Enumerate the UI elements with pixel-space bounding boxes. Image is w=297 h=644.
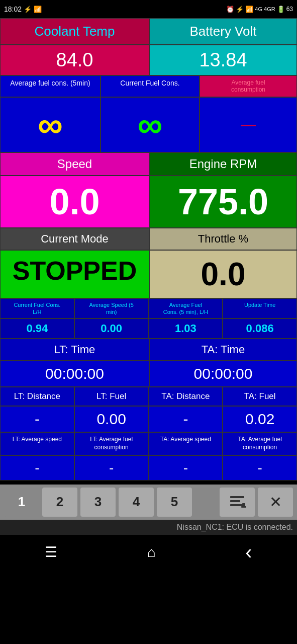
status-bar: 18:02 ⚡ 📶 ⏰ ⚡ 📶 4G 4GR 🔋 63 (0, 0, 297, 18)
small-stats-values-row: 0.94 0.00 1.03 0.086 (0, 318, 297, 339)
throttle-label: Throttle % (149, 228, 297, 250)
lt-ta-time-labels-row: LT: Time TA: Time (0, 339, 297, 361)
speed-label: Speed (0, 152, 149, 176)
coolant-temp-value: 84.0 (0, 45, 149, 75)
avg-stats-values-row: - - - - (0, 455, 297, 480)
lt-distance-label: LT: Distance (0, 387, 74, 406)
fuel-labels-row: Average fuel cons. (5min) Current Fuel C… (0, 75, 297, 97)
current-fuel-label: Current Fuel Cons. (101, 75, 200, 97)
network-4gr-icon: 4GR (264, 6, 275, 12)
battery-volt-value: 13.84 (149, 45, 297, 75)
lt-ta-time-values-row: 00:00:00 00:00:00 (0, 361, 297, 387)
current-fuel-cons-label: Current Fuel Cons.L/H (0, 298, 74, 319)
lt-avg-fuel-cons-label: LT: Average fuelconsumption (74, 432, 149, 455)
avg-fuel-label: Average fuel cons. (5min) (0, 75, 101, 97)
speed-rpm-values-row: 0.0 775.0 (0, 176, 297, 228)
tab-bar: 1 2 3 4 5 ✕ (0, 485, 297, 520)
current-fuel-cons-value: 0.94 (0, 318, 74, 339)
avg-fuel-cons-5min-label: Average FuelCons. (5 min), L/H (149, 298, 223, 319)
menu-button[interactable]: ☰ (45, 544, 57, 560)
ta-avg-speed-value: - (149, 455, 223, 480)
battery-percent: 63 (286, 6, 293, 13)
svg-rect-1 (230, 500, 240, 502)
sensor-headers-row: Coolant Temp Battery Volt (0, 18, 297, 45)
home-button[interactable]: ⌂ (147, 544, 156, 560)
time-display: 18:02 (4, 5, 22, 13)
tab-5-button[interactable]: 5 (157, 488, 192, 517)
sensor-values-row: 84.0 13.84 (0, 45, 297, 75)
ta-distance-label: TA: Distance (149, 387, 223, 406)
settings-list-icon (228, 493, 246, 511)
svg-rect-0 (230, 496, 244, 498)
ta-avg-fuel-cons-label: TA: Average fuelconsumption (223, 432, 297, 455)
tab-1-button[interactable]: 1 (4, 488, 39, 517)
signal-bars-icon: 📶 (245, 6, 253, 13)
main-content: Coolant Temp Battery Volt 84.0 13.84 Ave… (0, 18, 297, 480)
battery-volt-header: Battery Volt (149, 18, 297, 45)
dist-fuel-values-row: - 0.00 - 0.02 (0, 406, 297, 432)
dist-fuel-labels-row: LT: Distance LT: Fuel TA: Distance TA: F… (0, 387, 297, 406)
avg-stats-labels-row: LT: Average speed LT: Average fuelconsum… (0, 432, 297, 455)
ta-time-value: 00:00:00 (149, 361, 297, 387)
back-button[interactable]: ‹ (245, 541, 252, 564)
avg-fuel-cons-label: Average fuelconsumption (200, 75, 297, 97)
ta-avg-fuel-cons-value: - (223, 455, 297, 480)
rpm-label: Engine RPM (149, 152, 297, 176)
settings-list-button[interactable] (220, 488, 255, 517)
mode-throttle-values-row: STOPPED 0.0 (0, 250, 297, 298)
tab-2-button[interactable]: 2 (42, 488, 77, 517)
svg-rect-4 (241, 506, 246, 508)
update-time-value: 0.086 (223, 318, 297, 339)
speed-value: 0.0 (0, 176, 149, 228)
avg-fuel-infinity: ∞ (0, 97, 101, 152)
android-nav-bar: ☰ ⌂ ‹ (0, 535, 297, 570)
rpm-value: 775.0 (149, 176, 297, 228)
avg-fuel-cons-5min-value: 1.03 (149, 318, 223, 339)
status-icons: ⏰ ⚡ 📶 4G 4GR 🔋 63 (226, 6, 293, 13)
close-button[interactable]: ✕ (258, 488, 293, 517)
avg-fuel-cons-dash: — (200, 97, 297, 152)
lt-distance-value: - (0, 406, 74, 432)
lt-fuel-value: 0.00 (74, 406, 149, 432)
mode-throttle-labels-row: Current Mode Throttle % (0, 228, 297, 250)
signal-icon: 📶 (34, 6, 42, 13)
bluetooth-icon: ⚡ (236, 6, 244, 13)
current-mode-label: Current Mode (0, 228, 149, 250)
alarm-icon: ⏰ (226, 6, 234, 13)
ta-time-label: TA: Time (149, 339, 297, 361)
ta-avg-speed-label: TA: Average speed (149, 432, 223, 455)
ta-fuel-value: 0.02 (223, 406, 297, 432)
lt-avg-fuel-cons-value: - (74, 455, 149, 480)
lt-time-value: 00:00:00 (0, 361, 149, 387)
ta-fuel-label: TA: Fuel (223, 387, 297, 406)
connection-status: Nissan_NC1: ECU is connected. (0, 520, 297, 535)
lt-avg-speed-label: LT: Average speed (0, 432, 74, 455)
wifi-icon: ⚡ (24, 6, 32, 13)
status-time: 18:02 ⚡ 📶 (4, 5, 42, 13)
current-fuel-infinity: ∞ (101, 97, 200, 152)
network-4g-icon: 4G (255, 6, 262, 12)
avg-speed-5min-value: 0.00 (74, 318, 149, 339)
infinity-row: ∞ ∞ — (0, 97, 297, 152)
lt-fuel-label: LT: Fuel (74, 387, 149, 406)
coolant-temp-header: Coolant Temp (0, 18, 149, 45)
svg-rect-2 (230, 504, 242, 506)
tab-4-button[interactable]: 4 (119, 488, 154, 517)
update-time-label: Update Time (223, 298, 297, 319)
lt-avg-speed-value: - (0, 455, 74, 480)
battery-icon: 🔋 (277, 6, 285, 13)
lt-time-label: LT: Time (0, 339, 149, 361)
throttle-value: 0.0 (149, 250, 297, 298)
small-stats-labels-row: Current Fuel Cons.L/H Average Speed (5mi… (0, 298, 297, 319)
ta-distance-value: - (149, 406, 223, 432)
speed-rpm-labels-row: Speed Engine RPM (0, 152, 297, 176)
avg-speed-5min-label: Average Speed (5min) (74, 298, 149, 319)
tab-3-button[interactable]: 3 (80, 488, 116, 517)
current-mode-value: STOPPED (0, 250, 149, 298)
